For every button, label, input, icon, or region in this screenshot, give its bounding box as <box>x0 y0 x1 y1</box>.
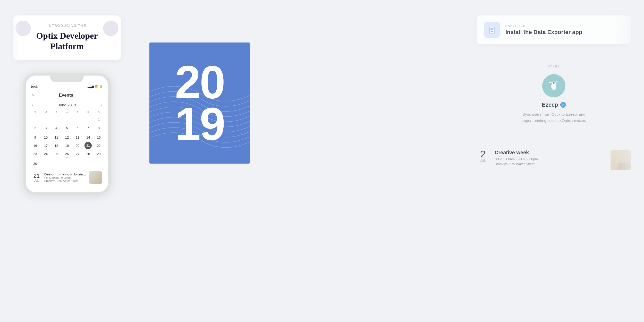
day-cell-14[interactable]: 14 <box>83 134 94 141</box>
day-header-th: T <box>72 110 83 115</box>
day-cell-17[interactable]: 17 <box>40 142 51 150</box>
day-header-sat: S <box>94 110 104 115</box>
day-cell-23[interactable]: 23 <box>30 150 40 159</box>
phone-frame: 9:41 ▂▄▆ 📶 🔋 × Events ‹ June 2 <box>23 73 111 195</box>
poster-2019: 20 19 <box>149 43 250 164</box>
day-cell-1[interactable]: 1 <box>94 116 104 124</box>
svg-rect-2 <box>490 28 494 29</box>
day-header-m: M <box>40 110 51 115</box>
event-listing-thumbnail <box>611 150 631 170</box>
day-cell-20[interactable]: 20 <box>72 142 83 150</box>
day-cell[interactable] <box>83 116 94 124</box>
svg-point-6 <box>553 82 555 84</box>
day-cell-9[interactable]: 9 <box>30 134 40 141</box>
dev-card-title: Optix Developer Platform <box>25 31 109 52</box>
day-cell[interactable] <box>30 116 40 124</box>
day-cell-28[interactable]: 28 <box>83 150 94 159</box>
day-cell-29[interactable]: 29 <box>94 150 104 159</box>
ezeep-logo <box>542 74 565 97</box>
ezeep-bird-icon <box>546 78 562 94</box>
day-cell <box>51 160 62 168</box>
day-cell-27[interactable]: 27 <box>72 150 83 159</box>
day-cell-4[interactable]: 4 <box>51 124 62 133</box>
event-location: Brooklyn, 575 Water Street <box>44 179 86 182</box>
close-button[interactable]: × <box>32 93 35 98</box>
event-listing: 2 JUL Creative week Jul 2, 8:00am - Jul … <box>477 139 631 170</box>
dev-card-label: INTRODUCING THE <box>25 24 109 28</box>
day-cell-30[interactable]: 30 <box>30 160 40 168</box>
day-cell <box>83 160 94 168</box>
wifi-icon: 📶 <box>95 85 98 88</box>
analytics-icon-wrapper <box>484 22 500 38</box>
svg-rect-3 <box>490 29 493 30</box>
day-cell-8[interactable]: 8 <box>94 124 104 133</box>
day-cell <box>94 160 104 168</box>
event-listing-date: 2 JUL <box>477 150 489 163</box>
analytics-card[interactable]: ANALYTICS Install the Data Exporter app <box>477 15 631 44</box>
event-listing-day-number: 2 <box>477 150 489 159</box>
day-cell-11[interactable]: 11 <box>51 134 62 141</box>
day-cell-24[interactable]: 24 <box>40 150 51 159</box>
event-listing-name: Creative week <box>495 150 605 156</box>
phone-mockup: 9:41 ▂▄▆ 📶 🔋 × Events ‹ June 2 <box>18 73 116 195</box>
phone-screen: × Events ‹ June 2019 › S M T W <box>26 90 108 192</box>
event-thumbnail <box>89 171 102 184</box>
ezeep-name: Ezeep <box>542 101 558 108</box>
poster-year-line2: 19 <box>175 98 224 150</box>
day-cell[interactable] <box>40 116 51 124</box>
day-cell-5[interactable]: 5 <box>62 124 72 133</box>
day-cell-19[interactable]: 19 <box>62 142 72 150</box>
event-day-number: 21 <box>32 173 41 179</box>
analytics-text: ANALYTICS Install the Data Exporter app <box>505 24 624 36</box>
day-cell-10[interactable]: 10 <box>40 134 51 141</box>
day-header-f: F <box>83 110 94 115</box>
event-item: 21 JUN Design thinking in busin... Fri, … <box>30 168 104 187</box>
day-cell[interactable] <box>62 116 72 124</box>
ezeep-desc-line1: Sync users from Optix to Ezeep, and <box>522 112 585 116</box>
event-listing-location: Brooklyn, 575 Water Street <box>495 162 605 166</box>
day-cell-13[interactable]: 13 <box>72 134 83 141</box>
month-navigation: ‹ June 2019 › <box>30 100 104 110</box>
day-cell-2[interactable]: 2 <box>30 124 40 133</box>
day-header-t: T <box>51 110 62 115</box>
ezeep-name-row: Ezeep ✓ <box>542 101 566 108</box>
dev-platform-card: INTRODUCING THE Optix Developer Platform <box>13 15 121 60</box>
day-cell-16[interactable]: 16 <box>30 142 40 150</box>
left-section: INTRODUCING THE Optix Developer Platform… <box>0 0 134 322</box>
status-time: 9:41 <box>31 85 38 89</box>
calendar-header: × Events <box>30 90 104 100</box>
screen-title: Events <box>59 93 73 98</box>
day-cell-22[interactable]: 22 <box>94 142 104 150</box>
prev-month-button[interactable]: ‹ <box>32 102 33 108</box>
dev-title-line2: Platform <box>50 41 84 51</box>
next-month-button[interactable]: › <box>100 102 102 108</box>
event-info: Design thinking in busin... Fri, 6:30pm … <box>44 172 86 182</box>
day-cell[interactable] <box>72 116 83 124</box>
day-cell-25[interactable]: 25 <box>51 150 62 159</box>
month-label: June 2019 <box>58 103 76 107</box>
day-cell-3[interactable]: 3 <box>40 124 51 133</box>
other-label: OTHER <box>548 65 560 68</box>
day-cell-21-highlighted[interactable]: 21 <box>84 142 92 149</box>
event-date-badge: 21 JUN <box>32 173 41 182</box>
days-grid: 1 2 3 4 5 6 7 8 9 10 11 12 13 <box>30 116 104 168</box>
day-cell-6[interactable]: 6 <box>72 124 83 133</box>
analytics-category: ANALYTICS <box>505 24 624 27</box>
day-cell <box>72 160 83 168</box>
download-icon <box>488 26 496 34</box>
day-cell[interactable] <box>51 116 62 124</box>
phone-notch <box>50 75 84 82</box>
day-cell <box>62 160 72 168</box>
signal-icon: ▂▄▆ <box>88 85 94 88</box>
day-cell-12[interactable]: 12 <box>62 134 72 141</box>
day-header-s: S <box>30 110 40 115</box>
event-listing-month: JUL <box>477 159 489 163</box>
day-cell-18[interactable]: 18 <box>51 142 62 150</box>
day-cell-7[interactable]: 7 <box>83 124 94 133</box>
day-header-w: W <box>62 110 72 115</box>
event-time: Fri, 6:30pm - 9:00pm <box>44 176 86 179</box>
phone-status-bar: 9:41 ▂▄▆ 📶 🔋 <box>26 82 108 90</box>
day-cell-15[interactable]: 15 <box>94 134 104 141</box>
day-cell-26[interactable]: 26 <box>62 150 72 159</box>
checkmark-icon: ✓ <box>562 103 564 107</box>
